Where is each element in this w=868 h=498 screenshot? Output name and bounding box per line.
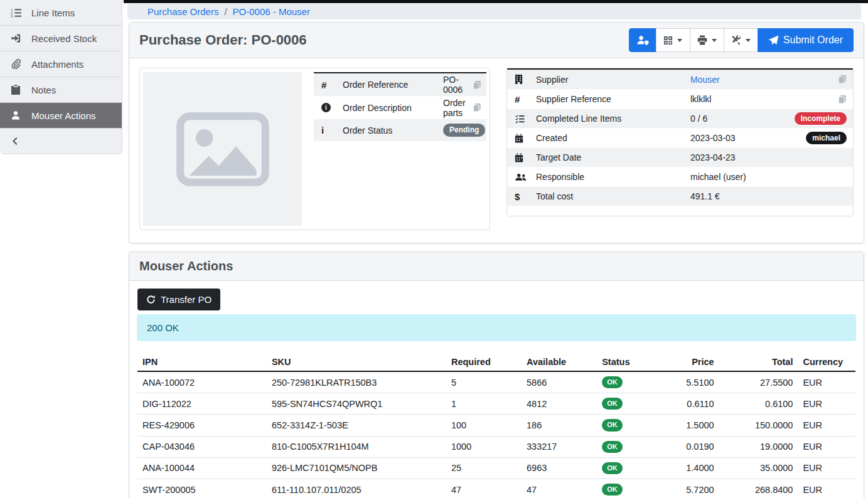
sidebar-collapse-button[interactable] bbox=[0, 129, 122, 154]
admin-button[interactable] bbox=[629, 28, 656, 52]
order-image-placeholder bbox=[143, 72, 302, 226]
column-header-ipn: IPN bbox=[137, 353, 267, 371]
order-toolbar: Submit Order bbox=[629, 28, 854, 52]
cell-ipn: SWT-200005 bbox=[137, 479, 267, 498]
cell-required: 25 bbox=[446, 457, 522, 479]
supplier-link[interactable]: Mouser bbox=[690, 75, 720, 85]
detail-label: Created bbox=[536, 133, 690, 143]
detail-row-supplier: Supplier Mouser bbox=[507, 70, 853, 89]
cell-available: 333217 bbox=[522, 436, 597, 457]
transfer-po-button[interactable]: Transfer PO bbox=[137, 289, 220, 310]
sign-in-icon bbox=[9, 33, 22, 43]
column-header-price: Price bbox=[658, 353, 719, 371]
cell-status: OK bbox=[597, 479, 658, 498]
detail-label: Total cost bbox=[536, 191, 690, 201]
detail-label: Supplier Reference bbox=[536, 94, 690, 104]
chevron-left-icon bbox=[11, 137, 19, 146]
cell-status: OK bbox=[597, 371, 658, 393]
info-icon: i bbox=[321, 125, 343, 135]
cell-available: 5866 bbox=[522, 371, 597, 393]
image-placeholder-icon bbox=[176, 111, 270, 188]
table-header-row: IPN SKU Required Available Status Price … bbox=[137, 353, 855, 371]
cell-ipn: ANA-100072 bbox=[137, 371, 267, 393]
transfer-po-label: Transfer PO bbox=[161, 294, 212, 305]
detail-row-order-status: i Order Status Pending bbox=[314, 119, 486, 141]
submit-order-button[interactable]: Submit Order bbox=[758, 28, 854, 52]
copy-icon[interactable] bbox=[838, 75, 847, 84]
cell-total: 268.8400 bbox=[719, 479, 798, 498]
table-row: CAP-043046 810-C1005X7R1H104M 1000 33321… bbox=[137, 436, 855, 457]
column-header-total: Total bbox=[719, 353, 798, 371]
sidebar-item-mouser-actions[interactable]: Mouser Actions bbox=[0, 103, 122, 129]
ok-badge: OK bbox=[602, 462, 623, 474]
cell-required: 47 bbox=[446, 479, 522, 498]
cell-price: 5.7200 bbox=[658, 479, 719, 498]
copy-icon[interactable] bbox=[473, 80, 481, 90]
ok-badge: OK bbox=[602, 419, 623, 431]
column-header-currency: Currency bbox=[798, 353, 855, 371]
cell-ipn: RES-429006 bbox=[137, 415, 267, 436]
mouser-actions-header: Mouser Actions bbox=[129, 252, 864, 281]
cell-ipn: CAP-043046 bbox=[137, 436, 267, 457]
dollar-icon: $ bbox=[515, 191, 536, 202]
breadcrumb-link-purchase-orders[interactable]: Purchase Orders bbox=[147, 6, 218, 17]
print-actions-button[interactable] bbox=[690, 28, 724, 52]
status-alert: 200 OK bbox=[137, 314, 856, 341]
detail-value: 2023-04-23 bbox=[690, 152, 847, 162]
list-check-icon bbox=[515, 114, 536, 124]
sidebar-item-label: Attachments bbox=[31, 59, 83, 70]
detail-row-supplier-reference: # Supplier Reference lklklkl bbox=[507, 89, 853, 109]
status-badge: Pending bbox=[443, 124, 485, 136]
cell-total: 150.0000 bbox=[719, 415, 798, 436]
copy-icon[interactable] bbox=[473, 103, 481, 112]
sidebar-item-attachments[interactable]: Attachments bbox=[0, 51, 122, 77]
cell-required: 1000 bbox=[446, 436, 522, 457]
user-shield-icon bbox=[636, 35, 649, 45]
sidebar-item-notes[interactable]: Notes bbox=[0, 77, 122, 103]
breadcrumb: Purchase Orders / PO-0006 - Mouser bbox=[127, 4, 861, 19]
cell-ipn: ANA-100044 bbox=[137, 457, 267, 479]
table-row: SWT-200005 611-110.107.011/0205 47 47 OK… bbox=[137, 479, 855, 498]
clipboard-icon bbox=[9, 85, 22, 95]
detail-label: Order Reference bbox=[343, 80, 443, 90]
cell-price: 0.6110 bbox=[658, 393, 719, 415]
paper-plane-icon bbox=[768, 35, 779, 46]
page-title: Purchase Order: PO-0006 bbox=[139, 32, 307, 48]
detail-value: lklklkl bbox=[690, 94, 838, 104]
sidebar-item-line-items[interactable]: 123 Line Items bbox=[0, 0, 122, 26]
order-options-button[interactable] bbox=[724, 28, 758, 52]
order-details-table: # Order Reference PO-0006 i Order Descri… bbox=[314, 72, 486, 226]
calendar-icon bbox=[515, 134, 536, 143]
top-strip bbox=[124, 0, 868, 3]
barcode-actions-button[interactable] bbox=[656, 28, 690, 52]
detail-value: 0 / 6 bbox=[690, 114, 795, 124]
cell-available: 4812 bbox=[522, 393, 597, 415]
cell-total: 0.6100 bbox=[719, 393, 798, 415]
cell-sku: 595-SN74HCS74QPWRQ1 bbox=[267, 393, 446, 415]
cell-total: 19.0000 bbox=[719, 436, 798, 457]
copy-icon[interactable] bbox=[838, 95, 847, 104]
cell-currency: EUR bbox=[798, 371, 855, 393]
column-header-sku: SKU bbox=[267, 353, 446, 371]
column-header-available: Available bbox=[522, 353, 597, 371]
sidebar-item-label: Mouser Actions bbox=[31, 110, 96, 121]
cell-price: 1.5000 bbox=[658, 415, 719, 436]
chevron-down-icon bbox=[746, 39, 751, 45]
breadcrumb-link-current-order[interactable]: PO-0006 - Mouser bbox=[233, 6, 310, 17]
users-icon bbox=[515, 172, 536, 182]
cell-currency: EUR bbox=[798, 457, 855, 479]
supplier-details-table: Supplier Mouser # Supplier Reference lkl… bbox=[507, 68, 853, 216]
table-row: ANA-100044 926-LMC7101QM5/NOPB 25 6963 O… bbox=[137, 457, 855, 479]
cell-available: 186 bbox=[522, 415, 597, 436]
cell-status: OK bbox=[597, 436, 658, 457]
cell-required: 1 bbox=[446, 393, 522, 415]
submit-order-label: Submit Order bbox=[783, 34, 843, 46]
table-row: DIG-112022 595-SN74HCS74QPWRQ1 1 4812 OK… bbox=[137, 393, 855, 415]
purchase-order-panel: Purchase Order: PO-0006 bbox=[129, 22, 864, 243]
chevron-down-icon bbox=[712, 39, 717, 45]
mouser-actions-body: Transfer PO 200 OK IPN SKU Required Avai… bbox=[129, 281, 864, 498]
incomplete-badge: Incomplete bbox=[795, 112, 847, 125]
sidebar-item-received-stock[interactable]: Received Stock bbox=[0, 26, 122, 51]
detail-label: Order Status bbox=[343, 125, 443, 135]
info-circle-icon: i bbox=[321, 103, 343, 112]
